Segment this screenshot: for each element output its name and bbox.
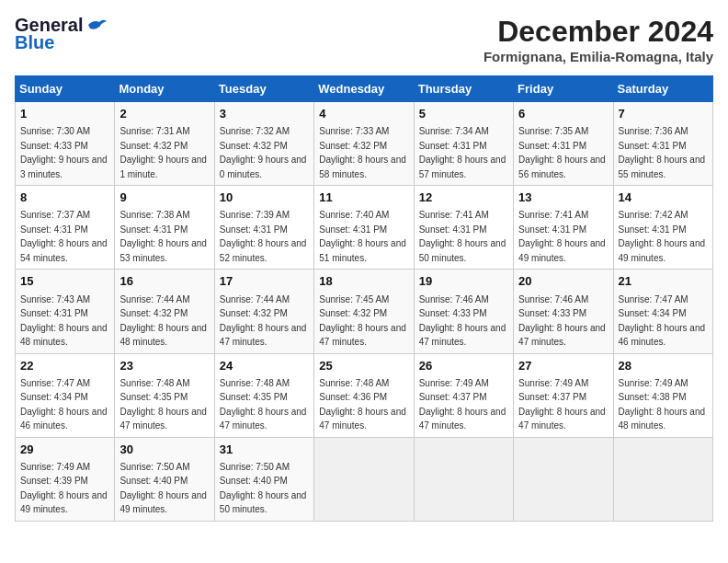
day-number: 25 [319,358,408,374]
day-info: Sunrise: 7:45 AMSunset: 4:32 PMDaylight:… [319,294,406,348]
calendar-cell: 4Sunrise: 7:33 AMSunset: 4:32 PMDaylight… [314,102,414,186]
calendar-cell [314,437,414,521]
weekday-header-thursday: Thursday [414,76,513,102]
day-info: Sunrise: 7:32 AMSunset: 4:32 PMDaylight:… [220,126,307,179]
day-info: Sunrise: 7:41 AMSunset: 4:31 PMDaylight:… [419,210,506,263]
calendar-cell: 2Sunrise: 7:31 AMSunset: 4:32 PMDaylight… [115,102,214,186]
logo: General Blue [15,15,107,53]
day-number: 11 [319,190,408,206]
calendar-week-1: 1Sunrise: 7:30 AMSunset: 4:33 PMDaylight… [16,102,713,186]
calendar-week-3: 15Sunrise: 7:43 AMSunset: 4:31 PMDayligh… [16,270,713,353]
day-info: Sunrise: 7:36 AMSunset: 4:31 PMDaylight:… [619,126,706,179]
calendar-cell: 3Sunrise: 7:32 AMSunset: 4:32 PMDaylight… [214,102,313,186]
day-info: Sunrise: 7:37 AMSunset: 4:31 PMDaylight:… [20,210,108,263]
calendar-cell: 15Sunrise: 7:43 AMSunset: 4:31 PMDayligh… [16,270,115,353]
calendar-cell: 20Sunrise: 7:46 AMSunset: 4:33 PMDayligh… [514,270,613,353]
calendar-cell: 8Sunrise: 7:37 AMSunset: 4:31 PMDaylight… [16,186,115,270]
calendar-cell: 18Sunrise: 7:45 AMSunset: 4:32 PMDayligh… [314,270,414,353]
day-info: Sunrise: 7:48 AMSunset: 4:35 PMDaylight:… [119,378,207,431]
day-number: 27 [518,358,608,374]
day-info: Sunrise: 7:50 AMSunset: 4:40 PMDaylight:… [220,462,307,515]
day-info: Sunrise: 7:38 AMSunset: 4:31 PMDaylight:… [119,210,207,263]
day-info: Sunrise: 7:33 AMSunset: 4:32 PMDaylight:… [319,126,406,179]
calendar-cell: 30Sunrise: 7:50 AMSunset: 4:40 PMDayligh… [115,437,214,521]
day-number: 29 [20,442,109,458]
day-number: 22 [20,358,109,374]
day-info: Sunrise: 7:44 AMSunset: 4:32 PMDaylight:… [220,294,307,348]
calendar-cell [514,437,613,521]
day-number: 19 [419,273,508,290]
logo-bird-icon [86,17,107,34]
weekday-header-monday: Monday [115,76,214,102]
calendar-cell: 13Sunrise: 7:41 AMSunset: 4:31 PMDayligh… [514,186,613,270]
day-number: 15 [20,273,109,290]
day-number: 24 [220,358,309,374]
calendar-cell: 10Sunrise: 7:39 AMSunset: 4:31 PMDayligh… [214,186,313,270]
day-info: Sunrise: 7:30 AMSunset: 4:33 PMDaylight:… [20,126,108,179]
day-info: Sunrise: 7:41 AMSunset: 4:31 PMDaylight:… [518,210,606,263]
logo-blue-text: Blue [15,32,54,53]
calendar-cell: 1Sunrise: 7:30 AMSunset: 4:33 PMDaylight… [16,102,115,186]
calendar-cell: 16Sunrise: 7:44 AMSunset: 4:32 PMDayligh… [115,270,214,353]
day-number: 30 [119,442,209,458]
day-info: Sunrise: 7:42 AMSunset: 4:31 PMDaylight:… [619,210,706,263]
day-number: 13 [518,190,608,206]
day-number: 7 [619,106,708,122]
calendar-cell: 31Sunrise: 7:50 AMSunset: 4:40 PMDayligh… [214,437,313,521]
day-number: 12 [419,190,508,206]
day-info: Sunrise: 7:48 AMSunset: 4:35 PMDaylight:… [220,378,307,431]
calendar-cell [613,437,712,521]
weekday-header-friday: Friday [514,76,613,102]
calendar-cell: 29Sunrise: 7:49 AMSunset: 4:39 PMDayligh… [16,437,115,521]
day-info: Sunrise: 7:31 AMSunset: 4:32 PMDaylight:… [119,126,207,179]
day-info: Sunrise: 7:46 AMSunset: 4:33 PMDaylight:… [518,294,606,348]
calendar-week-4: 22Sunrise: 7:47 AMSunset: 4:34 PMDayligh… [16,353,713,437]
day-number: 23 [119,358,209,374]
day-number: 14 [619,190,708,206]
day-number: 17 [220,273,309,290]
day-number: 10 [220,190,309,206]
day-info: Sunrise: 7:40 AMSunset: 4:31 PMDaylight:… [319,210,406,263]
day-info: Sunrise: 7:43 AMSunset: 4:31 PMDaylight:… [20,294,108,348]
calendar-cell: 24Sunrise: 7:48 AMSunset: 4:35 PMDayligh… [214,353,313,437]
day-number: 1 [20,106,109,122]
calendar-cell: 26Sunrise: 7:49 AMSunset: 4:37 PMDayligh… [414,353,513,437]
day-info: Sunrise: 7:48 AMSunset: 4:36 PMDaylight:… [319,378,406,431]
calendar-cell: 9Sunrise: 7:38 AMSunset: 4:31 PMDaylight… [115,186,214,270]
calendar-cell: 23Sunrise: 7:48 AMSunset: 4:35 PMDayligh… [115,353,214,437]
day-info: Sunrise: 7:46 AMSunset: 4:33 PMDaylight:… [419,294,506,348]
day-info: Sunrise: 7:49 AMSunset: 4:39 PMDaylight:… [20,462,108,515]
calendar-cell: 14Sunrise: 7:42 AMSunset: 4:31 PMDayligh… [613,186,712,270]
day-info: Sunrise: 7:39 AMSunset: 4:31 PMDaylight:… [220,210,307,263]
calendar-cell: 21Sunrise: 7:47 AMSunset: 4:34 PMDayligh… [613,270,712,353]
day-number: 31 [220,442,309,458]
day-number: 8 [20,190,109,206]
calendar-cell: 19Sunrise: 7:46 AMSunset: 4:33 PMDayligh… [414,270,513,353]
calendar-week-2: 8Sunrise: 7:37 AMSunset: 4:31 PMDaylight… [16,186,713,270]
calendar-cell: 5Sunrise: 7:34 AMSunset: 4:31 PMDaylight… [414,102,513,186]
location-title: Formignana, Emilia-Romagna, Italy [483,49,713,64]
day-info: Sunrise: 7:47 AMSunset: 4:34 PMDaylight:… [619,294,706,348]
day-info: Sunrise: 7:49 AMSunset: 4:37 PMDaylight:… [518,378,606,431]
calendar-cell: 12Sunrise: 7:41 AMSunset: 4:31 PMDayligh… [414,186,513,270]
calendar-table: SundayMondayTuesdayWednesdayThursdayFrid… [15,75,713,522]
calendar-week-5: 29Sunrise: 7:49 AMSunset: 4:39 PMDayligh… [16,437,713,521]
title-area: December 2024 Formignana, Emilia-Romagna… [483,15,713,64]
month-title: December 2024 [483,15,713,49]
day-number: 20 [518,273,608,290]
calendar-cell: 6Sunrise: 7:35 AMSunset: 4:31 PMDaylight… [514,102,613,186]
day-number: 28 [619,358,708,374]
day-info: Sunrise: 7:44 AMSunset: 4:32 PMDaylight:… [119,294,207,348]
day-number: 16 [119,273,209,290]
day-number: 3 [220,106,309,122]
day-info: Sunrise: 7:49 AMSunset: 4:38 PMDaylight:… [619,378,706,431]
weekday-header-saturday: Saturday [613,76,712,102]
day-number: 18 [319,273,408,290]
day-number: 26 [419,358,508,374]
day-number: 9 [119,190,209,206]
weekday-header-tuesday: Tuesday [214,76,313,102]
weekday-header-sunday: Sunday [16,76,115,102]
calendar-cell: 28Sunrise: 7:49 AMSunset: 4:38 PMDayligh… [613,353,712,437]
calendar-cell [414,437,513,521]
day-info: Sunrise: 7:49 AMSunset: 4:37 PMDaylight:… [419,378,506,431]
